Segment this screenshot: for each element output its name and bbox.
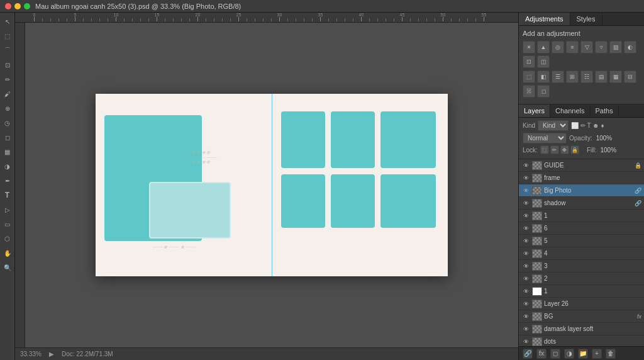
lock-position-icon[interactable]: ✥ [560,145,569,154]
dodge-tool[interactable]: ◑ [1,160,14,172]
adj-icon-colorbalance[interactable]: ▨ [609,41,622,53]
layer-thumbnail [532,199,542,208]
tab-layers[interactable]: Layers [519,104,550,117]
pen-tool[interactable]: ✒ [1,174,14,187]
fill-value: 100% [600,147,616,154]
adj-icon-threshold[interactable]: ⊞ [566,70,579,83]
adj-icon-solid-color[interactable]: ⊟ [624,70,636,83]
layer-row[interactable]: 👁 GUIDE 🔒 [519,159,644,172]
adj-icon-pattern[interactable]: ▦ [609,70,622,83]
lasso-tool[interactable]: ⌒ [1,44,14,57]
layer-row[interactable]: 👁 4 [519,247,644,260]
adj-icon-posterize[interactable]: ☰ [552,70,564,83]
canvas-viewport[interactable]: ♪ ♫ ✿ ❀ ✾ ❁ ~~~~ ~~~~ ~~~~ ♪ ♫ ✿ ❀ ✾ ❁ ~… [25,23,518,347]
layer-group-button[interactable]: 📁 [578,349,588,359]
doc-info: Doc: 22.2M/71.3M [62,351,113,357]
layer-row[interactable]: 👁 1 [519,285,644,298]
lock-all-icon[interactable]: 🔒 [570,145,579,154]
layer-mask-button[interactable]: ◻ [550,349,560,359]
layer-visibility-eye[interactable]: 👁 [521,337,530,346]
layer-row[interactable]: 👁 Layer 26 [519,298,644,310]
layer-row[interactable]: 👁 BG fx [519,310,644,323]
brush-tool[interactable]: 🖌 [1,87,14,100]
crop-tool[interactable]: ⊡ [1,59,14,71]
adj-icon-blackwhite[interactable]: ◐ [624,41,636,53]
layer-row[interactable]: 👁 2 [519,273,644,285]
layer-visibility-eye[interactable]: 👁 [521,287,530,296]
layer-new-button[interactable]: + [592,349,602,359]
tab-channels[interactable]: Channels [550,104,590,117]
tab-adjustments[interactable]: Adjustments [519,13,570,25]
layer-thumbnail [532,312,542,321]
lock-transparent-icon[interactable]: ⬚ [540,145,549,154]
shape-tool[interactable]: ▭ [1,218,14,230]
type-tool[interactable]: T [1,189,14,201]
layer-row[interactable]: 👁 frame [519,172,644,184]
adj-icon-hsl[interactable]: ▿ [595,41,608,53]
layer-visibility-eye[interactable]: 👁 [521,312,530,321]
layer-visibility-eye[interactable]: 👁 [521,274,530,283]
layer-visibility-eye[interactable]: 👁 [521,174,530,183]
layer-visibility-eye[interactable]: 👁 [521,224,530,233]
layer-visibility-eye[interactable]: 👁 [521,237,530,245]
layer-visibility-eye[interactable]: 👁 [521,186,530,195]
ruler-horizontal: 0 5 10 15 20 [15,13,518,23]
layer-visibility-eye[interactable]: 👁 [521,325,530,334]
layer-row[interactable]: 👁 3 [519,260,644,273]
adj-icon-levels[interactable]: ▲ [537,41,550,53]
adj-icon-selectivecolor[interactable]: ▤ [595,70,608,83]
tab-styles[interactable]: Styles [570,13,602,25]
close-button[interactable] [5,3,11,9]
layer-effect-button[interactable]: fx [536,349,547,359]
selection-tool[interactable]: ⬚ [1,30,14,42]
layer-row[interactable]: 👁 6 [519,222,644,235]
minimize-button[interactable] [14,3,21,9]
adj-icon-vibrance[interactable]: ▽ [580,41,593,53]
layer-visibility-eye[interactable]: 👁 [521,262,530,271]
ruler-vertical [15,23,25,347]
eraser-tool[interactable]: ◻ [1,131,14,143]
adj-icon-gradient-map[interactable]: ☷ [580,70,593,83]
layer-visibility-eye[interactable]: 👁 [521,300,530,308]
layers-list: 👁 GUIDE 🔒 👁 frame 👁 Big Photo 🔗 [519,159,644,346]
adj-icon-curves[interactable]: ◎ [552,41,564,53]
layer-visibility-eye[interactable]: 👁 [521,161,530,170]
layer-delete-button[interactable]: 🗑 [606,349,616,359]
adj-icon-photofilter[interactable]: ⊡ [523,55,535,68]
maximize-button[interactable] [24,3,30,9]
adj-icon-invert[interactable]: ◧ [537,70,550,83]
layer-thumbnail [532,325,542,334]
adj-icon-gradient-fill[interactable]: ☵ [523,85,535,98]
adj-icon-channelmix[interactable]: ◫ [537,55,550,68]
layer-row[interactable]: 👁 5 [519,235,644,247]
lock-image-icon[interactable]: ✏ [550,145,559,154]
canvas-grid-box-1 [281,111,325,168]
move-tool[interactable]: ↖ [1,15,14,28]
kind-select[interactable]: Kind [538,120,569,131]
layer-row[interactable]: 👁 Big Photo 🔗 [519,184,644,197]
layer-link-button[interactable]: 🔗 [523,349,533,359]
adj-icon-colorlookup[interactable]: ⬚ [523,70,535,83]
gradient-tool[interactable]: ▦ [1,145,14,158]
blend-mode-select[interactable]: Normal [523,133,567,143]
zoom-tool[interactable]: 🔍 [1,261,14,274]
3d-tool[interactable]: ⬡ [1,232,14,245]
layer-visibility-eye[interactable]: 👁 [521,199,530,208]
layer-row[interactable]: 👁 damask layer soft [519,323,644,335]
clone-tool[interactable]: ⊕ [1,102,14,115]
layer-visibility-eye[interactable]: 👁 [521,249,530,258]
layer-row[interactable]: 👁 dots [519,335,644,346]
layer-adjustment-button[interactable]: ◑ [564,349,574,359]
layer-row[interactable]: 👁 shadow 🔗 [519,197,644,210]
layer-row[interactable]: 👁 1 [519,210,644,222]
layer-visibility-eye[interactable]: 👁 [521,211,530,220]
adj-icon-brightness[interactable]: ☀ [523,41,535,53]
history-tool[interactable]: ◷ [1,116,14,129]
hand-tool[interactable]: ✋ [1,247,14,259]
path-select-tool[interactable]: ▷ [1,203,14,216]
tab-paths[interactable]: Paths [591,104,619,117]
eyedropper-tool[interactable]: ✏ [1,73,14,86]
adj-icon-pattern-fill[interactable]: ◻ [537,85,550,98]
status-arrow[interactable]: ▶ [49,351,54,357]
adj-icon-exposure[interactable]: ≡ [566,41,579,53]
